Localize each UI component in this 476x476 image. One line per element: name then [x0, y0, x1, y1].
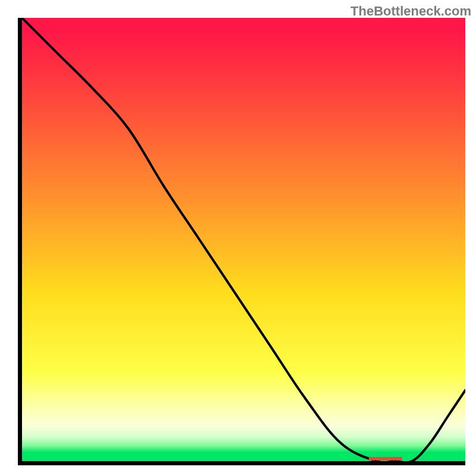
plot-area [18, 18, 465, 465]
gradient-background [22, 18, 465, 461]
watermark-text: TheBottleneck.com [350, 4, 471, 19]
chart-container: TheBottleneck.com [0, 0, 476, 476]
